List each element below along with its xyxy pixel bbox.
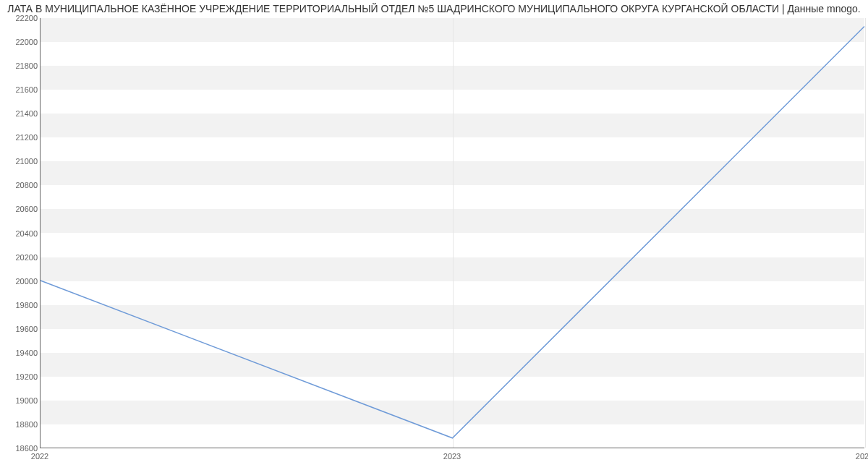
y-tick-label: 21000 (1, 157, 38, 166)
y-tick-label: 20000 (1, 277, 38, 286)
y-tick-label: 21400 (1, 109, 38, 118)
y-tick-label: 20400 (1, 229, 38, 238)
y-tick-label: 22000 (1, 38, 38, 46)
plot-area (40, 18, 864, 448)
y-tick-label: 19400 (1, 349, 38, 357)
y-tick-label: 20600 (1, 205, 38, 213)
y-tick-label: 21200 (1, 133, 38, 142)
x-tick-label: 2022 (31, 452, 48, 461)
y-tick-label: 21800 (1, 61, 38, 70)
x-tick-label: 2023 (443, 452, 461, 461)
line-layer (41, 18, 864, 448)
y-tick-label: 20800 (1, 181, 38, 189)
y-tick-label: 19600 (1, 325, 38, 333)
y-tick-label: 19800 (1, 301, 38, 309)
chart-title: ЛАТА В МУНИЦИПАЛЬНОЕ КАЗЁННОЕ УЧРЕЖДЕНИЕ… (0, 3, 868, 14)
y-tick-label: 21600 (1, 85, 38, 94)
grid-line-vertical (865, 18, 866, 448)
y-tick-label: 20200 (1, 253, 38, 262)
x-tick-label: 2024 (856, 452, 868, 461)
y-tick-label: 18800 (1, 420, 38, 429)
y-tick-label: 19200 (1, 372, 38, 381)
y-tick-label: 19000 (1, 396, 38, 405)
series-line (41, 27, 864, 438)
y-tick-label: 22200 (1, 14, 38, 22)
